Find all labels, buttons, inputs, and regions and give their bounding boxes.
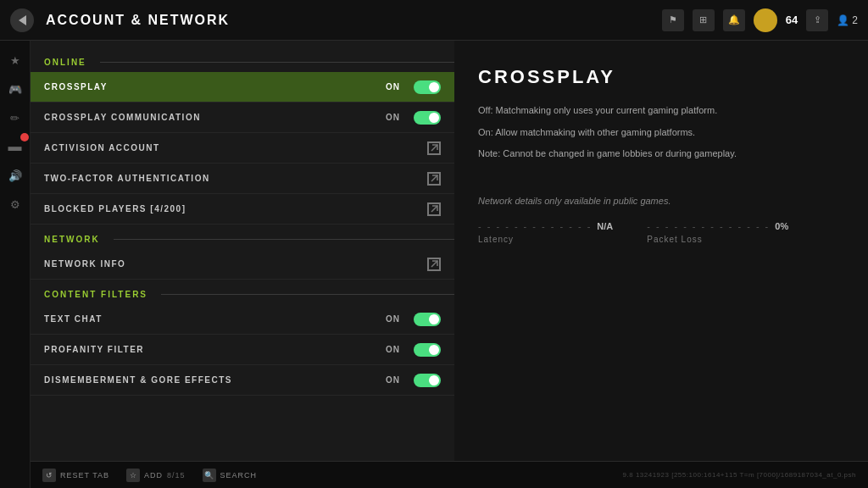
crossplay-comm-label: CROSSPLAY COMMUNICATION xyxy=(44,113,386,122)
version-text: 9.8 13241923 [255:100:1614+115 T=m [7000… xyxy=(623,471,856,479)
desc-line-2: On: Allow matchmaking with other gaming … xyxy=(478,125,844,141)
players-count: 👤 2 xyxy=(837,14,858,26)
setting-row-text-chat[interactable]: TEXT CHAT ON xyxy=(31,304,454,335)
sidebar-icon-star[interactable]: ★ xyxy=(4,49,26,71)
sidebar-icon-sound[interactable]: 🔊 xyxy=(4,164,26,186)
sidebar-icon-edit[interactable]: ✏ xyxy=(4,107,26,129)
packet-loss-line: - - - - - - - - - - - - - - 0% xyxy=(647,221,788,231)
online-header-line xyxy=(100,62,454,63)
players-icon: 👤 xyxy=(837,14,849,26)
grid-icon[interactable]: ⊞ xyxy=(693,9,715,31)
gore-toggle[interactable] xyxy=(414,374,441,387)
network-info-label: NETWORK INFO xyxy=(44,259,427,269)
latency-stat: - - - - - - - - - - - - - N/A Latency xyxy=(478,221,613,244)
setting-row-crossplay[interactable]: CROSSPLAY ON xyxy=(31,72,454,103)
search-icon: 🔍 xyxy=(203,469,216,482)
setting-row-gore[interactable]: DISMEMBERMENT & GORE EFFECTS ON xyxy=(31,365,454,396)
gore-label: DISMEMBERMENT & GORE EFFECTS xyxy=(44,375,386,385)
text-chat-value: ON xyxy=(386,314,400,324)
latency-dashes: - - - - - - - - - - - - - xyxy=(478,221,592,231)
profanity-label: PROFANITY FILTER xyxy=(44,345,386,354)
share-icon[interactable]: ⇪ xyxy=(806,9,828,31)
network-note: Network details only available in public… xyxy=(478,196,844,206)
latency-label: Latency xyxy=(478,235,613,244)
add-icon: ☆ xyxy=(126,469,140,482)
crossplay-comm-value: ON xyxy=(386,113,400,122)
content-filters-header-row: CONTENT FILTERS xyxy=(31,286,454,302)
setting-row-blocked[interactable]: BLOCKED PLAYERS [4/200] xyxy=(31,194,454,225)
svg-line-1 xyxy=(431,175,437,181)
description-title: CROSSPLAY xyxy=(478,66,844,88)
packet-loss-stat: - - - - - - - - - - - - - - 0% Packet Lo… xyxy=(647,221,788,244)
page-title: ACCOUNT & NETWORK xyxy=(46,13,230,28)
add-label: ADD xyxy=(144,471,163,480)
top-header: ACCOUNT & NETWORK ⚑ ⊞ 🔔 64 ⇪ 👤 2 xyxy=(0,0,868,41)
notif-badge xyxy=(20,133,29,141)
crossplay-toggle[interactable] xyxy=(414,80,441,94)
notif-dot: ▬ xyxy=(8,139,22,154)
reset-icon: ↺ xyxy=(42,469,56,482)
setting-row-network-info[interactable]: NETWORK INFO xyxy=(31,249,454,280)
network-header-line xyxy=(114,239,454,240)
header-right-icons: ⚑ ⊞ 🔔 64 ⇪ 👤 2 xyxy=(662,8,858,32)
back-button[interactable] xyxy=(10,8,34,32)
setting-row-profanity[interactable]: PROFANITY FILTER ON xyxy=(31,335,454,365)
network-section-label: NETWORK xyxy=(31,231,114,247)
avatar[interactable] xyxy=(754,8,777,32)
reset-label: RESET TAB xyxy=(60,471,109,480)
main-content: ONLINE CROSSPLAY ON CROSSPLAY COMMUNICAT… xyxy=(31,41,868,488)
online-section-label: ONLINE xyxy=(31,54,100,70)
sidebar-icon-gamepad[interactable]: 🎮 xyxy=(4,78,26,100)
desc-line-1: Off: Matchmaking only uses your current … xyxy=(478,103,844,119)
activision-label: ACTIVISION ACCOUNT xyxy=(44,143,427,152)
reset-tab-action[interactable]: ↺ RESET TAB xyxy=(42,469,109,482)
packet-loss-label: Packet Loss xyxy=(647,235,788,244)
online-section-header-row: ONLINE xyxy=(31,54,454,70)
blocked-ext-icon xyxy=(427,202,441,216)
crossplay-value: ON xyxy=(386,82,400,92)
packet-loss-dashes: - - - - - - - - - - - - - - xyxy=(647,221,770,231)
back-arrow-icon xyxy=(19,15,26,25)
latency-line: - - - - - - - - - - - - - N/A xyxy=(478,221,613,231)
setting-row-crossplay-comm[interactable]: CROSSPLAY COMMUNICATION ON xyxy=(31,103,454,133)
svg-line-3 xyxy=(431,261,437,267)
text-chat-label: TEXT CHAT xyxy=(44,314,386,324)
text-chat-toggle[interactable] xyxy=(414,313,441,326)
player-score: 64 xyxy=(786,14,798,26)
desc-line-3: Note: Cannot be changed in game lobbies … xyxy=(478,147,844,162)
bottom-bar: ↺ RESET TAB ☆ ADD 8/15 🔍 SEARCH 9.8 1324… xyxy=(31,461,868,488)
svg-line-0 xyxy=(431,145,437,151)
search-label: SEARCH xyxy=(220,471,258,480)
left-sidebar: ★ 🎮 ✏ ▬ 🔊 ⚙ xyxy=(0,41,31,488)
settings-panel: ONLINE CROSSPLAY ON CROSSPLAY COMMUNICAT… xyxy=(31,41,454,488)
svg-line-2 xyxy=(431,206,437,212)
profanity-toggle[interactable] xyxy=(414,343,441,357)
network-section-header-row: NETWORK xyxy=(31,231,454,247)
gore-value: ON xyxy=(386,375,400,385)
content-filters-label: CONTENT FILTERS xyxy=(31,286,161,302)
sidebar-icon-settings[interactable]: ⚙ xyxy=(4,193,26,215)
description-panel: CROSSPLAY Off: Matchmaking only uses you… xyxy=(454,41,868,488)
network-info-ext-icon xyxy=(427,258,441,271)
search-action[interactable]: 🔍 SEARCH xyxy=(203,469,258,482)
bell-icon[interactable]: 🔔 xyxy=(723,9,745,31)
latency-value: N/A xyxy=(597,221,613,231)
profanity-value: ON xyxy=(386,345,400,354)
flag-icon[interactable]: ⚑ xyxy=(662,9,684,31)
network-stats: - - - - - - - - - - - - - N/A Latency - … xyxy=(478,221,844,244)
network-info-section: Network details only available in public… xyxy=(478,196,844,244)
2fa-ext-icon xyxy=(427,172,441,186)
setting-row-activision[interactable]: ACTIVISION ACCOUNT xyxy=(31,133,454,164)
favorites-count: 8/15 xyxy=(167,471,186,480)
activision-ext-icon xyxy=(427,141,441,155)
add-action[interactable]: ☆ ADD 8/15 xyxy=(126,469,186,482)
setting-row-2fa[interactable]: TWO-FACTOR AUTHENTICATION xyxy=(31,164,454,194)
blocked-label: BLOCKED PLAYERS [4/200] xyxy=(44,204,427,214)
2fa-label: TWO-FACTOR AUTHENTICATION xyxy=(44,174,427,183)
packet-loss-value: 0% xyxy=(775,221,788,231)
content-filters-line xyxy=(161,294,454,295)
crossplay-comm-toggle[interactable] xyxy=(414,111,441,125)
sidebar-icon-notif[interactable]: ▬ xyxy=(4,136,26,158)
crossplay-label: CROSSPLAY xyxy=(44,82,386,92)
